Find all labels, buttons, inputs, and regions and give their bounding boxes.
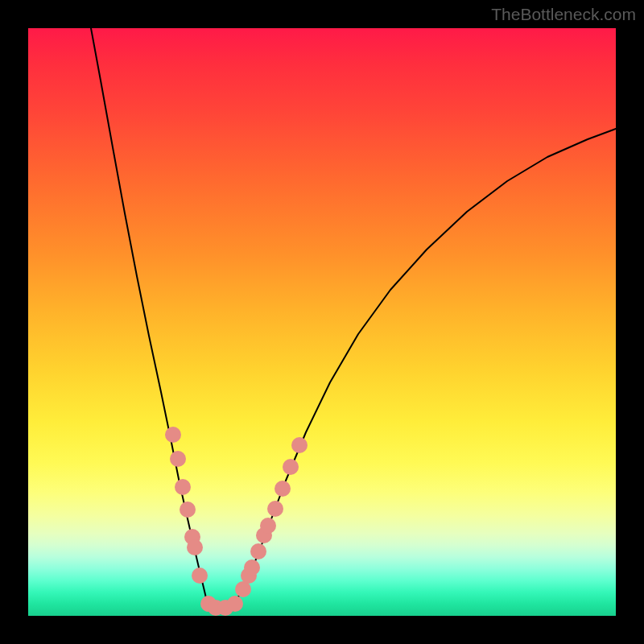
data-marker <box>260 518 276 534</box>
curve-path <box>91 28 616 608</box>
chart-svg <box>28 28 616 616</box>
data-marker <box>165 427 181 443</box>
data-marker <box>227 596 243 612</box>
data-marker <box>291 437 308 453</box>
data-marker <box>192 568 208 584</box>
bottleneck-curve <box>91 28 616 608</box>
data-marker <box>170 451 186 467</box>
data-marker <box>250 543 266 559</box>
data-marker <box>180 502 196 518</box>
data-marker <box>244 559 260 576</box>
data-marker <box>175 479 191 495</box>
data-marker <box>283 459 299 475</box>
plot-area <box>28 28 616 616</box>
data-marker <box>267 501 283 517</box>
data-marker <box>275 481 291 497</box>
data-marker <box>187 539 203 555</box>
chart-frame: TheBottleneck.com <box>0 0 644 644</box>
watermark-text: TheBottleneck.com <box>491 5 636 24</box>
marker-group <box>165 427 308 616</box>
